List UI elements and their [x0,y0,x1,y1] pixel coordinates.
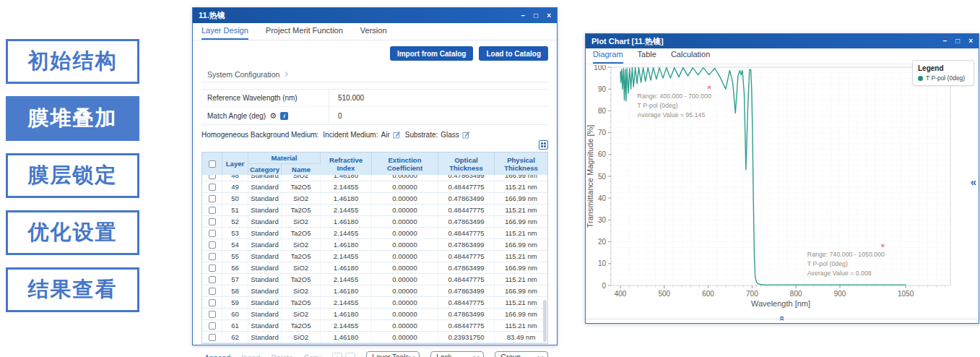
svg-text:40: 40 [598,194,607,202]
table-row[interactable]: 48StandardSiO21.461800.000000.4786349916… [202,175,547,181]
tab-calculation[interactable]: Calculation [671,50,710,64]
table-row[interactable]: 50StandardSiO21.461800.000000.4786349916… [202,193,547,205]
tab-project-merit-function[interactable]: Project Merit Function [266,26,343,40]
close-icon[interactable]: × [547,12,551,20]
row-checkbox[interactable] [209,230,216,237]
system-configuration-section[interactable]: System Configuration [201,66,548,82]
tab-table[interactable]: Table [638,50,656,64]
table-row[interactable]: 49StandardTa2O52.144550.000000.484477751… [202,181,547,193]
design-window-titlebar[interactable]: 11.热镜 – □ × [193,8,557,23]
tab-layer-design[interactable]: Layer Design [201,26,248,40]
cell-extinction_coefficient: 0.00000 [372,175,438,181]
group-dropdown-label: Group [500,353,521,357]
row-checkbox[interactable] [209,311,216,318]
svg-text:0: 0 [602,282,606,290]
tab-version[interactable]: Version [360,26,387,40]
cell-name: SiO2 [282,216,321,227]
row-checkbox[interactable] [209,334,216,341]
table-row[interactable]: 53StandardTa2O52.144550.000000.484477751… [202,228,547,239]
nav-item-2[interactable]: 膜层锁定 [6,153,139,198]
info-icon[interactable]: i [280,112,288,120]
layer-tools-dropdown[interactable]: Layer Tools [366,351,420,357]
select-all-checkbox[interactable] [209,160,216,168]
cell-layer: 55 [222,251,248,262]
cell-extinction_coefficient: 0.00000 [372,193,438,204]
cell-optical_thickness: 0.48447775 [438,205,495,215]
row-checkbox[interactable] [209,276,216,283]
cell-refractive_index: 1.46180 [321,262,372,273]
edit-substrate-icon[interactable] [462,131,470,139]
header-refractive-index: Refractive Index [321,152,372,175]
table-row[interactable]: 62StandardSiO21.461800.000000.2393175083… [202,332,547,343]
plot-window-titlebar[interactable]: Plot Chart [11.热镜] – □ × [586,34,979,48]
annotation-close-icon[interactable]: × [708,85,711,90]
row-checkbox[interactable] [209,241,216,249]
svg-text:90: 90 [598,85,607,93]
nav-item-0[interactable]: 初始结构 [6,39,139,84]
cell-name: Ta2O5 [282,320,321,331]
table-row[interactable]: 56StandardSiO21.461800.000000.4786349916… [202,262,547,274]
minimize-icon[interactable]: – [943,38,948,45]
append-button[interactable]: Append [204,353,230,357]
table-row[interactable]: 61StandardTa2O52.144550.000000.484477751… [202,320,547,332]
svg-text:600: 600 [702,290,714,298]
legend-item[interactable]: T P-pol (0deg) [918,74,968,82]
table-row[interactable]: 58StandardSiO21.461800.000000.4786349916… [202,285,547,297]
lock-dropdown[interactable]: Lock [430,351,484,357]
nav-item-1[interactable]: 膜堆叠加 [6,96,139,141]
gear-icon[interactable]: ⚙ [269,112,277,120]
table-row[interactable]: 57StandardTa2O52.144550.000000.484477751… [202,274,547,285]
cell-layer: 53 [222,228,248,238]
move-down-button[interactable]: ↓ [345,353,355,357]
insert-button[interactable]: Insert [241,353,260,357]
plot-area[interactable]: 4005006007008009001050010203040506070809… [586,65,980,311]
move-up-button[interactable]: ↑ [332,353,342,357]
close-icon[interactable]: × [968,38,973,45]
annotation-close-icon[interactable]: × [881,243,885,249]
maximize-icon[interactable]: □ [534,12,538,20]
table-row[interactable]: 54StandardSiO21.461800.000000.4786349916… [202,239,547,251]
collapse-panel-left-icon[interactable]: « [971,176,976,187]
row-checkbox[interactable] [209,207,216,214]
table-layout-icon[interactable] [539,140,548,150]
nav-item-label: 结果查看 [28,275,118,304]
cell-physical_thickness: 115.21 nm [495,320,547,331]
row-checkbox[interactable] [209,218,216,225]
table-row[interactable]: 60StandardSiO21.461800.000000.4786349916… [202,309,547,320]
cell-name: SiO2 [282,285,321,296]
vertical-scrollbar-thumb[interactable] [543,300,547,342]
table-row[interactable]: 51StandardTa2O52.144550.000000.484477751… [202,205,547,216]
import-from-catalog-button[interactable]: Import from Catalog [390,46,474,61]
table-row[interactable]: 55StandardTa2O52.144550.000000.484477751… [202,251,547,262]
minimize-icon[interactable]: – [521,12,526,20]
row-checkbox[interactable] [209,264,216,272]
nav-item-4[interactable]: 结果查看 [6,267,139,312]
chevron-down-icon [474,354,479,357]
cell-name: Ta2O5 [282,274,321,285]
edit-incident-medium-icon[interactable] [393,131,401,139]
row-checkbox[interactable] [209,288,216,295]
row-checkbox[interactable] [209,322,216,330]
row-checkbox[interactable] [209,299,216,306]
row-checkbox[interactable] [209,195,216,202]
annotation-range: Range: 740.000 - 1050.000 [807,250,885,259]
match-angle-value[interactable]: 0 [329,112,342,120]
row-checkbox[interactable] [209,253,216,260]
table-row[interactable]: 59StandardTa2O52.144550.000000.484477751… [202,297,547,309]
layer-table-body[interactable]: 48StandardSiO21.461800.000000.4786349916… [202,175,547,343]
chart-annotation-1: ×Range: 740.000 - 1050.000T P-pol (0deg)… [807,243,885,278]
tab-diagram[interactable]: Diagram [593,50,623,64]
reference-wavelength-value[interactable]: 510.000 [329,94,364,102]
row-checkbox[interactable] [209,175,216,179]
cell-category: Standard [248,239,282,250]
group-dropdown[interactable]: Group [495,351,548,357]
load-to-catalog-button[interactable]: Load to Catalog [479,46,548,61]
row-checkbox[interactable] [209,184,216,191]
maximize-icon[interactable]: □ [955,38,960,45]
cell-refractive_index: 2.14455 [321,228,372,238]
copy-button[interactable]: Copy [304,353,322,357]
table-row[interactable]: 52StandardSiO21.461800.000000.4786349916… [202,216,547,228]
delete-button[interactable]: Delete [271,353,292,357]
expand-panel-up-icon[interactable]: « [778,316,787,321]
nav-item-3[interactable]: 优化设置 [6,210,139,255]
